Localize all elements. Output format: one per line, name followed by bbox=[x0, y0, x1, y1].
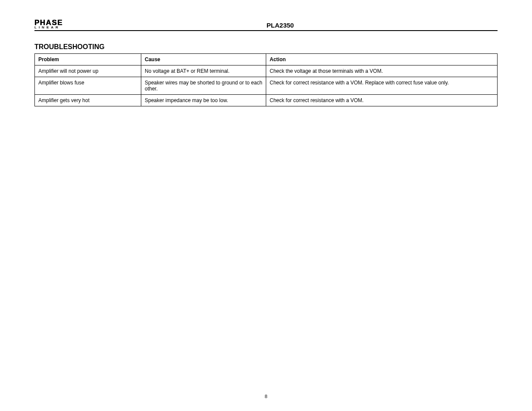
page-header: PHASE LINEAR PLA2350 bbox=[34, 19, 498, 31]
cell-problem: Amplifier will not power up bbox=[35, 65, 141, 77]
cell-cause: Speaker impedance may be too low. bbox=[141, 95, 266, 106]
cell-cause: No voltage at BAT+ or REM terminal. bbox=[141, 65, 266, 77]
col-header-action: Action bbox=[266, 54, 497, 65]
table-row: Amplifier blows fuse Speaker wires may b… bbox=[35, 77, 498, 95]
brand-logo: PHASE LINEAR bbox=[34, 19, 63, 29]
cell-problem: Amplifier gets very hot bbox=[35, 95, 141, 106]
table-row: Amplifier gets very hot Speaker impedanc… bbox=[35, 95, 498, 106]
logo-sub-text: LINEAR bbox=[34, 26, 63, 29]
table-row: Amplifier will not power up No voltage a… bbox=[35, 65, 498, 77]
cell-action: Check for correct resistance with a VOM. bbox=[266, 95, 497, 106]
cell-action: Check the voltage at those terminals wit… bbox=[266, 65, 497, 77]
troubleshooting-table: Problem Cause Action Amplifier will not … bbox=[34, 53, 498, 106]
page-title: PLA2350 bbox=[63, 22, 498, 29]
cell-problem: Amplifier blows fuse bbox=[35, 77, 141, 95]
section-title: TROUBLESHOOTING bbox=[34, 43, 498, 51]
table-header-row: Problem Cause Action bbox=[35, 54, 498, 65]
cell-action: Check for correct resistance with a VOM.… bbox=[266, 77, 497, 95]
cell-cause: Speaker wires may be shorted to ground o… bbox=[141, 77, 266, 95]
col-header-cause: Cause bbox=[141, 54, 266, 65]
col-header-problem: Problem bbox=[35, 54, 141, 65]
page-number: 8 bbox=[0, 394, 532, 399]
